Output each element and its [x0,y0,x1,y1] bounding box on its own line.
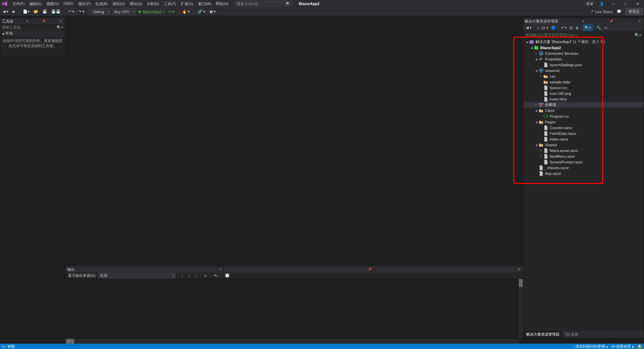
scrollbar-horizontal[interactable] [66,339,519,344]
tree-expand-arrow[interactable] [525,40,529,43]
output-prev-button[interactable]: ≡ [180,273,185,278]
output-clear-button[interactable]: ≡ [194,273,199,278]
show-all-files-button[interactable]: 🗎 [574,25,580,31]
tree-row[interactable]: icon-192.png [523,90,643,96]
login-button[interactable]: 登录 [584,1,596,7]
menu-item[interactable]: 生成(B) [93,0,110,7]
close-icon[interactable]: ✕ [517,268,521,271]
home-button[interactable]: ⌂ [536,25,540,31]
tree-row[interactable]: 解决方案 'BlazorApp2' (1 个项目，共 1 个) [523,39,643,45]
window-maximize-button[interactable]: □ [620,1,631,6]
tree-expand-arrow[interactable] [534,52,538,55]
status-add-source-control[interactable]: ↑ 添加到源代码管理 ▴ [572,344,608,349]
pin-icon[interactable]: 📌 [41,20,46,23]
pending-changes-filter-button[interactable]: 🔵 [550,25,557,31]
redo-button[interactable]: ↷ ▾ [77,9,86,14]
tree-expand-arrow[interactable] [534,69,538,72]
tree-row[interactable]: Connected Services [523,50,643,56]
menu-item[interactable]: Git(G) [61,0,76,7]
preview-button[interactable]: ▭ [603,25,608,31]
tree-row[interactable]: sample-data [523,79,643,85]
panel-dropdown-icon[interactable]: ▾ [581,20,585,23]
solution-config-dropdown[interactable]: Debug [91,8,110,15]
tree-row[interactable]: Pages [523,119,643,125]
status-select-repo[interactable]: 🗃 选择仓库 ▴ [611,344,634,349]
menu-item[interactable]: 分析(N) [144,0,162,7]
menu-item[interactable]: 窗口(W) [196,0,214,7]
pin-icon[interactable]: 📌 [367,268,373,271]
close-icon[interactable]: ✕ [637,20,642,23]
tree-row[interactable]: MainLayout.razor [523,148,643,153]
output-wrap-button[interactable]: ≡ [203,273,208,278]
menu-item[interactable]: 调试(D) [110,0,127,7]
start-without-debug-button[interactable]: ▷ ▾ [167,9,176,14]
panel-dropdown-icon[interactable]: ▾ [219,268,223,271]
window-close-button[interactable]: ✕ [633,1,643,7]
menu-item[interactable]: 编辑(E) [27,0,44,7]
tree-row[interactable]: launchSettings.json [523,62,643,68]
menu-item[interactable]: 工具(T) [162,0,178,7]
solution-search-input[interactable]: 搜索解决方案资源管理器(Ctrl+;) 🔍▾ [523,32,643,38]
scrollbar-vertical[interactable] [519,279,523,339]
pin-icon[interactable]: 📌 [608,20,614,23]
save-button[interactable]: 💾 [41,9,48,14]
tree-row[interactable]: BlazorApp2 [523,45,643,50]
output-time-button[interactable]: 🕓 [224,273,231,278]
new-project-button[interactable]: 📄▾ [22,9,31,14]
menu-item[interactable]: 项目(P) [76,0,93,7]
nav-fwd-button[interactable]: ▶ [11,9,16,14]
tree-expand-arrow[interactable] [539,149,543,152]
tree-row[interactable]: favicon.ico [523,85,643,90]
tree-expand-arrow[interactable] [539,155,543,158]
start-debugging-button[interactable]: ▶ BlazorApp2 ▾ [137,9,166,14]
scope-button[interactable]: 🔍▾ [583,25,592,31]
tree-row[interactable]: wwwroot [523,68,643,73]
collapse-all-button[interactable]: ⊟ [569,25,574,31]
menu-item[interactable]: 文件(F) [10,0,27,7]
live-share-button[interactable]: ↗ Live Share [590,9,613,14]
scrollbar-thumb[interactable] [519,279,523,287]
browser-link-button[interactable]: 🔗 ▾ [196,9,207,14]
tab-solution-explorer[interactable]: 解决方案资源管理器 [523,331,563,338]
toolbox-header[interactable]: 工具箱 ▾ 📌 ✕ [1,18,65,24]
output-header[interactable]: 输出 ▾ 📌 ✕ [66,266,523,272]
window-minimize-button[interactable]: — [608,1,618,6]
tree-row[interactable]: Shared [523,142,643,148]
tree-row[interactable]: Index.razor [523,136,643,142]
menu-item[interactable]: 测试(S) [127,0,144,7]
nav-back-button[interactable]: ◀ ▾ [1,9,10,14]
tree-row[interactable]: _Imports.razor [523,165,643,170]
menu-item[interactable]: 视图(V) [44,0,61,7]
tree-row[interactable]: Counter.razor [523,125,643,130]
output-source-dropdown[interactable]: 生成 [98,273,176,278]
save-all-button[interactable]: 💾💾 [50,9,62,14]
tree-row[interactable]: C#Program.cs [523,113,643,119]
tree-expand-arrow[interactable] [534,57,538,61]
hot-reload-button[interactable]: 🔥 ▾ [181,9,191,14]
switch-views-button[interactable]: 🗂 ▾ [541,25,549,31]
tree-expand-arrow[interactable] [534,103,538,106]
tree-expand-arrow[interactable] [530,46,534,49]
open-file-button[interactable]: 📂 [32,9,40,14]
status-notifications-icon[interactable]: 🔔 [637,344,642,349]
tree-row[interactable]: Client [523,108,643,113]
css-button[interactable]: ▦ ▾ [208,9,217,14]
properties-button[interactable]: 🔧 [596,25,602,31]
back-button[interactable]: ◀ ▾ [525,25,533,31]
scrollbar-thumb[interactable] [66,339,74,344]
undo-button[interactable]: ↶ ▾ [67,9,76,14]
sync-button[interactable]: ↺ ▾ [560,25,568,31]
tree-row[interactable]: NavMenu.razor [523,153,643,159]
output-text-area[interactable] [66,279,519,339]
output-clear-all-button[interactable]: ✕₀ [212,273,219,278]
tree-row[interactable]: App.razor [523,170,643,176]
menu-item[interactable]: 扩展(X) [178,0,196,7]
toolbox-group-header[interactable]: ◢ 常规 [1,30,65,36]
tree-row[interactable]: index.html [523,96,643,102]
solution-platform-dropdown[interactable]: Any CPU [112,8,136,15]
tree-row[interactable]: FetchData.razor [523,130,643,136]
tree-row[interactable]: css [523,73,643,79]
tree-expand-arrow[interactable] [534,143,538,146]
solution-explorer-header[interactable]: 解决方案资源管理器 ▾ 📌 ✕ [523,18,643,24]
account-icon[interactable]: 👤 [598,1,606,7]
